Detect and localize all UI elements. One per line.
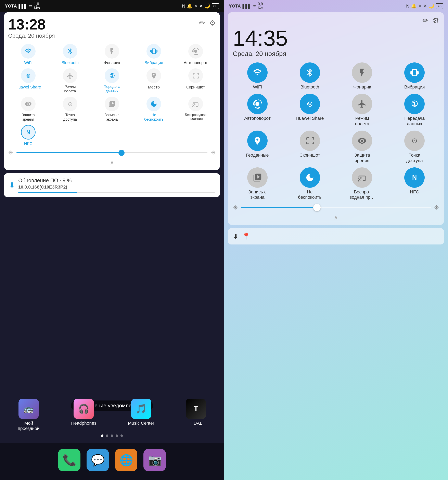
toggle-data-right[interactable]: ① Передачаданных: [390, 94, 439, 127]
carrier-right: YOTA: [229, 3, 241, 9]
toggle-airplane-left[interactable]: Режимполета: [50, 68, 90, 93]
headphones-label-left: Headphones: [71, 421, 96, 426]
data-circle-right: ①: [404, 94, 425, 114]
phone-right: YOTA ▌▌▌ ≋ 0,9K/s N 🔔 ✳ ✕ 🌙 78 ✏ ⚙ 14:35…: [224, 0, 448, 480]
toggle-wireless-proj-left[interactable]: Беспроводнаяпроекция: [176, 97, 216, 122]
brightness-track-right[interactable]: [241, 207, 431, 208]
alarm-icon-right: 🔔: [411, 3, 416, 9]
app-dock-left: 🚌 Мойпроездной 🎧 Headphones 🎵 Music Cent…: [0, 399, 224, 439]
nfc-icon-left: N: [182, 3, 185, 9]
tidal-icon-left: T: [186, 399, 206, 419]
battery-left: 86: [212, 3, 219, 9]
toggle-autorotate-left[interactable]: Автоповорот: [176, 44, 216, 65]
quick-panel-left: 13:28 Среда, 20 ноября ✏ ⚙ WiFi: [4, 12, 220, 170]
huawei-share-icon-circle-left: ⊛: [21, 68, 35, 83]
panel-date-left: Среда, 20 ноября: [8, 33, 55, 39]
brightness-thumb-right[interactable]: [313, 204, 321, 211]
brightness-row-left: ☀ ☀: [8, 149, 216, 156]
toggle-hotspot-left[interactable]: ⊙ Точкадоступа: [50, 97, 90, 122]
toggle-eye-right[interactable]: Защитазрения: [338, 131, 387, 163]
wifi-label-right: WiFi: [253, 85, 262, 90]
toggle-dnd-right[interactable]: Небеспокоить: [285, 167, 334, 200]
screen-record-label-left: Запись сэкрана: [104, 113, 119, 122]
wifi-circle-right: [247, 63, 268, 83]
dnd-label-left: Небеспокоить: [144, 113, 164, 122]
panel-chevron-right[interactable]: ∧: [233, 214, 439, 221]
toggle-flashlight-left[interactable]: Фонарик: [92, 44, 132, 65]
signal-bars-left: ▌▌▌: [19, 4, 27, 8]
camera-app-left[interactable]: 📷: [144, 449, 166, 471]
edit-icon-right[interactable]: ✏: [422, 16, 428, 25]
brightness-track-left[interactable]: [16, 152, 207, 153]
toggle-airplane-right[interactable]: Режимполета: [338, 94, 387, 127]
toggle-screen-record-right[interactable]: Запись сэкрана: [233, 167, 282, 200]
toggle-nfc-left[interactable]: N NFC: [8, 125, 48, 146]
wireless-proj-label-left: Беспроводнаяпроекция: [185, 113, 207, 121]
toggle-flashlight-right[interactable]: Фонарик: [338, 63, 387, 90]
brightness-thumb-left[interactable]: [118, 150, 124, 156]
bluetooth-label-left: Bluetooth: [62, 60, 79, 65]
toggle-wireless-proj-right[interactable]: Беспро-водная пр…: [338, 167, 387, 200]
panel-chevron-left[interactable]: ∧: [8, 159, 216, 166]
toggle-autorotate-right[interactable]: Автоповорот: [233, 94, 282, 127]
vibration-label-right: Вибрация: [404, 85, 425, 90]
phone-app-left[interactable]: 📞: [58, 449, 81, 471]
location-icon-circle-left: [146, 68, 161, 83]
brightness-high-icon-right: ☀: [434, 204, 439, 211]
brightness-low-icon-left: ☀: [8, 149, 13, 156]
vibration-icon-circle-left: [146, 44, 161, 59]
toggle-huawei-share-left[interactable]: ⊛ Huawei Share: [8, 68, 48, 93]
moon-icon-left: 🌙: [205, 3, 210, 9]
screenshot-label-left: Скриншот: [186, 85, 205, 90]
dot-3-left: [111, 434, 113, 437]
app-mytravel-left[interactable]: 🚌 Мойпроездной: [18, 399, 40, 431]
autorotate-icon-circle-left: [188, 44, 203, 59]
nfc-icon-right: N: [406, 3, 409, 9]
edit-icon-left[interactable]: ✏: [199, 19, 205, 27]
vibration-label-left: Вибрация: [145, 60, 163, 65]
toggle-vibration-left[interactable]: Вибрация: [134, 44, 174, 65]
nfc-icon-circle-left: N: [21, 125, 35, 140]
flashlight-icon-circle-left: [105, 44, 119, 59]
app-music-left[interactable]: 🎵 Music Center: [128, 399, 154, 431]
toggle-wifi-left[interactable]: WiFi: [8, 44, 48, 65]
toggle-location-left[interactable]: Место: [134, 68, 174, 93]
toggle-nfc-right[interactable]: N NFC: [390, 167, 439, 200]
toggle-hotspot-right[interactable]: ⊙ Точкадоступа: [390, 131, 439, 163]
messages-app-left[interactable]: 💬: [87, 449, 109, 471]
dnd-circle-right: [300, 167, 320, 188]
settings-icon-right[interactable]: ⚙: [433, 16, 439, 25]
vibration-circle-right: [404, 63, 425, 83]
toggle-geodata-right[interactable]: Геоданные: [233, 131, 282, 163]
airplane-circle-right: [352, 94, 372, 114]
panel-header-left: 13:28 Среда, 20 ноября ✏ ⚙: [8, 17, 216, 39]
screen-record-circle-right: [247, 167, 268, 188]
huawei-circle-right: ⊛: [300, 94, 320, 114]
toggle-bluetooth-right[interactable]: Bluetooth: [285, 63, 334, 90]
toggle-data-left[interactable]: ① Передачаданных: [92, 68, 132, 93]
dnd-icon-circle-left: [146, 97, 161, 111]
toggle-screenshot-left[interactable]: Скриншот: [176, 68, 216, 93]
location-icon-right: 📍: [242, 232, 250, 240]
autorotate-label-right: Автоповорот: [244, 116, 271, 121]
toggle-screen-record-left[interactable]: Запись сэкрана: [92, 97, 132, 122]
music-icon-left: 🎵: [131, 399, 151, 419]
app-tidal-left[interactable]: T TIDAL: [186, 399, 206, 431]
toggle-eye-left[interactable]: Защитазрения: [8, 97, 48, 122]
mytravel-icon-left: 🚌: [19, 399, 39, 419]
settings-icon-left[interactable]: ⚙: [209, 19, 216, 27]
toggle-vibration-right[interactable]: Вибрация: [390, 63, 439, 90]
toggle-wifi-right[interactable]: WiFi: [233, 63, 282, 90]
toggle-huawei-right[interactable]: ⊛ Huawei Share: [285, 94, 334, 127]
wifi-label-left: WiFi: [24, 60, 32, 65]
toggle-bluetooth-left[interactable]: Bluetooth: [50, 44, 90, 65]
toggle-grid-left: WiFi Bluetooth Фонарик Виб: [8, 44, 216, 146]
wireless-proj-label-right: Беспро-водная пр…: [350, 189, 375, 200]
data-icon-circle-left: ①: [105, 68, 119, 83]
notif-sub-left: 10.0.0.168(C10E3R3P2): [18, 184, 215, 190]
toggle-dnd-left[interactable]: Небеспокоить: [134, 97, 174, 122]
bottom-nav-left: 📞 💬 🌐 📷: [0, 443, 224, 480]
app-headphones-left[interactable]: 🎧 Headphones: [71, 399, 96, 431]
toggle-screenshot-right[interactable]: Скриншот: [285, 131, 334, 163]
browser-app-left[interactable]: 🌐: [115, 449, 137, 471]
